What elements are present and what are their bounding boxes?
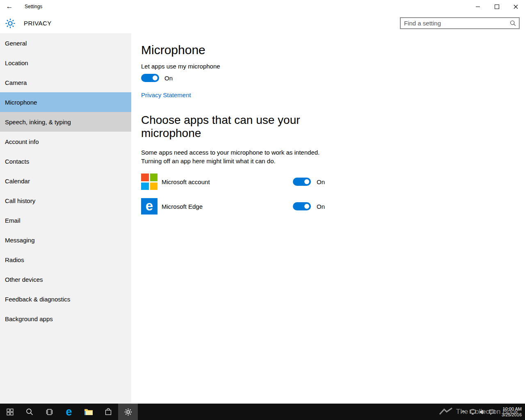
minimize-icon [476, 7, 480, 7]
sidebar-item-label: Microphone [5, 99, 37, 106]
app-toggle-state: On [317, 203, 325, 210]
search-icon [26, 408, 33, 415]
clock-time: 10:00 AM [502, 406, 522, 412]
sidebar-item[interactable]: Call history [0, 191, 131, 210]
master-toggle-state: On [164, 75, 173, 82]
privacy-link-row: Privacy Statement [141, 91, 525, 99]
header: PRIVACY [0, 13, 525, 33]
app-row: Microsoft account On [141, 173, 325, 190]
sidebar-item-label: Calendar [5, 178, 30, 185]
search-input[interactable] [401, 20, 510, 27]
volume-icon[interactable] [479, 409, 485, 415]
body: General Location Camera Microphone Speec… [0, 33, 525, 404]
windows-logo-icon [7, 409, 14, 415]
sidebar-item-label: Feedback & diagnostics [5, 296, 70, 303]
sidebar-item-label: Location [5, 59, 28, 66]
app-icon [141, 173, 158, 190]
app-name: Microsoft account [162, 178, 293, 185]
main-content: Microphone Let apps use my microphone On… [131, 33, 525, 404]
maximize-icon [495, 5, 499, 9]
window-title: Settings [25, 4, 42, 9]
app-toggle-state: On [317, 178, 325, 185]
gear-icon [124, 408, 132, 416]
sidebar-item[interactable]: Email [0, 210, 131, 230]
titlebar: ← Settings [0, 0, 525, 13]
microphone-master-toggle[interactable] [141, 74, 159, 82]
sidebar-item-label: Messaging [5, 237, 35, 244]
watermark-logo-icon [439, 407, 453, 416]
sidebar-item[interactable]: Feedback & diagnostics [0, 289, 131, 309]
minimize-button[interactable] [468, 0, 487, 13]
sidebar-item-label: Other devices [5, 276, 43, 283]
content-title: Microphone [141, 43, 525, 57]
caption-buttons [468, 0, 525, 13]
task-view-button[interactable] [39, 404, 59, 420]
app-row: Microsoft Edge On [141, 198, 325, 215]
sidebar-item[interactable]: Camera [0, 73, 131, 92]
close-button[interactable] [506, 0, 525, 13]
sidebar-item[interactable]: Account info [0, 132, 131, 151]
sidebar-item-label: Email [5, 217, 21, 224]
network-icon[interactable] [470, 409, 476, 415]
back-arrow-icon: ← [6, 2, 13, 11]
settings-window: ← Settings PRIVACY [0, 0, 525, 420]
sidebar-item[interactable]: Background apps [0, 309, 131, 329]
file-explorer-button[interactable] [79, 404, 98, 420]
app-toggle[interactable] [293, 202, 311, 210]
start-button[interactable] [0, 404, 20, 420]
section-description: Some apps need access to your microphone… [141, 148, 326, 165]
sidebar-item[interactable]: General [0, 33, 131, 53]
sidebar-item-label: Speech, inking, & typing [5, 119, 71, 126]
sidebar-item-label: General [5, 40, 27, 47]
file-explorer-icon [84, 408, 93, 415]
store-button[interactable] [98, 404, 118, 420]
search-box[interactable] [400, 17, 520, 29]
system-tray: 10:00 AM 3/25/2016 [461, 404, 525, 420]
sidebar-item[interactable]: Radios [0, 250, 131, 269]
maximize-button[interactable] [487, 0, 506, 13]
search-icon[interactable] [510, 20, 516, 26]
app-toggle[interactable] [293, 178, 311, 186]
app-name: Microsoft Edge [162, 203, 293, 210]
sidebar-item-label: Background apps [5, 315, 53, 322]
privacy-statement-link[interactable]: Privacy Statement [141, 91, 191, 98]
sidebar-item[interactable]: Other devices [0, 269, 131, 289]
task-view-icon [46, 409, 53, 415]
store-icon [105, 408, 112, 415]
sidebar-item[interactable]: Speech, inking, & typing [0, 112, 131, 132]
sidebar-item-label: Account info [5, 138, 39, 145]
action-center-icon[interactable] [489, 409, 495, 415]
sidebar-item-label: Camera [5, 79, 27, 86]
close-icon [514, 5, 518, 9]
back-button[interactable]: ← [0, 0, 19, 13]
taskbar: 10:00 AM 3/25/2016 The Collection Book [0, 404, 525, 420]
sidebar: General Location Camera Microphone Speec… [0, 33, 131, 404]
sidebar-item[interactable]: Location [0, 53, 131, 73]
section-title: Choose apps that can use your microphone [141, 114, 330, 140]
sidebar-item-label: Call history [5, 197, 35, 204]
tray-expand-chevron-icon[interactable] [461, 410, 466, 413]
taskbar-search-button[interactable] [20, 404, 39, 420]
sidebar-item[interactable]: Microphone [0, 92, 131, 112]
settings-gear-icon [5, 18, 16, 29]
app-icon [141, 198, 158, 215]
page-title: PRIVACY [24, 20, 52, 27]
sidebar-item[interactable]: Messaging [0, 230, 131, 250]
master-toggle-label: Let apps use my microphone [141, 63, 525, 70]
app-list: Microsoft account On Microsoft Edge On [141, 173, 525, 215]
master-toggle-row: On [141, 74, 525, 82]
settings-taskbar-button[interactable] [118, 404, 138, 420]
edge-icon [66, 406, 72, 418]
sidebar-item-label: Radios [5, 256, 24, 263]
sidebar-item[interactable]: Calendar [0, 171, 131, 191]
taskbar-edge-button[interactable] [59, 404, 79, 420]
clock-date: 3/25/2016 [502, 412, 522, 418]
sidebar-item[interactable]: Contacts [0, 151, 131, 171]
taskbar-clock[interactable]: 10:00 AM 3/25/2016 [502, 406, 522, 418]
sidebar-item-label: Contacts [5, 158, 29, 165]
